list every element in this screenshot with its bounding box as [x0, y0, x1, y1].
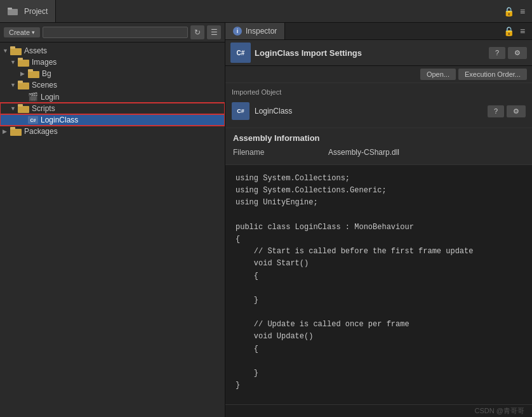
svg-rect-8 — [18, 83, 29, 89]
imported-item-actions: ? ⚙ — [488, 105, 526, 117]
tree-item-packages[interactable]: Packages — [0, 126, 225, 137]
imported-item: C# LoginClass ? ⚙ — [232, 100, 526, 122]
imported-cs-icon: C# — [232, 102, 249, 120]
left-panel-header-actions: 🔒 ≡ — [503, 0, 532, 22]
code-line-5: public class LoginClass : MonoBehaviour — [236, 222, 522, 234]
code-line-4 — [236, 209, 522, 222]
scripts-section: Scripts C# LoginClass — [0, 103, 225, 126]
code-line-6: { — [236, 234, 522, 246]
code-section: using System.Collections; using System.C… — [225, 164, 532, 404]
open-button[interactable]: Open... — [420, 69, 456, 80]
packages-folder-icon — [10, 127, 22, 136]
packages-arrow — [3, 128, 10, 135]
folder-tab-icon — [8, 8, 18, 15]
svg-rect-12 — [10, 129, 22, 136]
svg-rect-6 — [28, 71, 39, 78]
imported-item-name: LoginClass — [255, 107, 482, 116]
tree-item-login[interactable]: 🎬 Login — [0, 91, 225, 103]
imported-object-label: Imported Object — [232, 88, 526, 96]
bg-folder-icon — [28, 69, 39, 78]
tree-item-loginclass[interactable]: C# LoginClass — [0, 114, 225, 126]
code-line-17: } — [236, 367, 522, 380]
cs-large-icon: C# — [230, 43, 251, 63]
cs-badge-loginclass: C# — [28, 116, 38, 124]
code-line-15: { — [236, 343, 522, 355]
left-panel: Create ↻ ☰ Assets Im — [0, 23, 225, 417]
bottom-bar: CSDN @青哥哥 — [225, 404, 532, 417]
toolbar-row: Create ↻ ☰ — [0, 23, 225, 43]
code-line-9: { — [236, 270, 522, 282]
svg-rect-1 — [8, 8, 12, 10]
file-tree: Assets Images Bg — [0, 43, 225, 417]
svg-rect-3 — [10, 46, 15, 49]
code-line-1: using System.Collections; — [236, 173, 522, 185]
code-line-10 — [236, 282, 522, 295]
inspector-tab-actions: 🔒 ≡ — [503, 25, 532, 37]
menu-icon[interactable]: ≡ — [517, 6, 528, 17]
inspector-tab-label: Inspector — [246, 27, 277, 36]
help-icon-btn[interactable]: ? — [489, 47, 505, 59]
filter-button[interactable]: ☰ — [207, 25, 221, 39]
svg-rect-4 — [18, 60, 29, 67]
code-line-16 — [236, 355, 522, 367]
loginclass-label: LoginClass — [41, 116, 78, 124]
scenes-folder-icon — [18, 81, 29, 89]
code-line-13: // Update is called once per frame — [236, 319, 522, 331]
right-panel: i Inspector 🔒 ≡ C# LoginClass Import Set… — [225, 23, 532, 417]
svg-rect-5 — [18, 58, 23, 60]
assembly-row: Filename Assembly-CSharp.dll — [233, 148, 524, 157]
lock-icon[interactable]: 🔒 — [503, 6, 514, 17]
inspector-header-actions: ? ⚙ — [489, 47, 527, 59]
code-line-8: void Start() — [236, 258, 522, 270]
imported-settings-btn[interactable]: ⚙ — [507, 105, 526, 117]
search-input[interactable] — [43, 27, 188, 38]
sync-button[interactable]: ↻ — [190, 25, 204, 39]
inspector-title: LoginClass Import Settings — [255, 48, 362, 58]
scripts-arrow — [10, 105, 18, 112]
packages-label: Packages — [24, 127, 58, 136]
tree-item-assets[interactable]: Assets — [0, 45, 225, 56]
settings-icon-btn[interactable]: ⚙ — [508, 47, 527, 59]
svg-rect-13 — [10, 127, 15, 129]
inspector-menu-icon[interactable]: ≡ — [517, 25, 528, 37]
scenes-label: Scenes — [32, 81, 57, 89]
assets-arrow — [3, 48, 10, 54]
images-folder-icon — [18, 58, 29, 67]
assembly-filename-label: Filename — [233, 148, 328, 157]
scenes-arrow — [10, 82, 18, 88]
tree-item-scripts[interactable]: Scripts — [0, 103, 225, 114]
bg-label: Bg — [42, 69, 51, 78]
svg-rect-10 — [18, 106, 29, 113]
assembly-info-title: Assembly Information — [233, 133, 524, 143]
project-tab-label: Project — [24, 7, 48, 16]
images-label: Images — [32, 58, 57, 67]
code-line-7: // Start is called before the first fram… — [236, 246, 522, 258]
code-line-3: using UnityEngine; — [236, 197, 522, 209]
imported-object-section: Imported Object C# LoginClass ? ⚙ — [225, 83, 532, 128]
tree-item-bg[interactable]: Bg — [0, 68, 225, 79]
code-line-12 — [236, 307, 522, 319]
inspector-lock-icon[interactable]: 🔒 — [503, 25, 514, 37]
inspector-tab-bar: i Inspector 🔒 ≡ — [225, 23, 532, 40]
svg-rect-7 — [28, 69, 33, 72]
svg-rect-11 — [18, 104, 23, 107]
execution-order-button[interactable]: Execution Order... — [458, 69, 527, 80]
svg-rect-0 — [8, 9, 18, 15]
assembly-filename-value: Assembly-CSharp.dll — [328, 148, 399, 157]
assembly-section: Assembly Information Filename Assembly-C… — [225, 128, 532, 164]
bg-arrow — [20, 70, 28, 77]
scripts-label: Scripts — [32, 104, 55, 113]
tree-item-images[interactable]: Images — [0, 56, 225, 68]
assets-folder-icon — [10, 46, 22, 55]
inspector-tab[interactable]: i Inspector — [225, 23, 285, 39]
project-tab[interactable]: Project — [0, 0, 56, 22]
imported-help-btn[interactable]: ? — [488, 105, 504, 117]
scripts-folder-icon — [18, 104, 29, 113]
create-button[interactable]: Create — [4, 27, 40, 37]
tree-item-scenes[interactable]: Scenes — [0, 79, 225, 91]
code-line-11: } — [236, 295, 522, 307]
svg-rect-2 — [10, 48, 22, 55]
images-arrow — [10, 59, 18, 65]
watermark: CSDN @青哥哥 — [475, 406, 524, 416]
code-line-18: } — [236, 380, 522, 392]
